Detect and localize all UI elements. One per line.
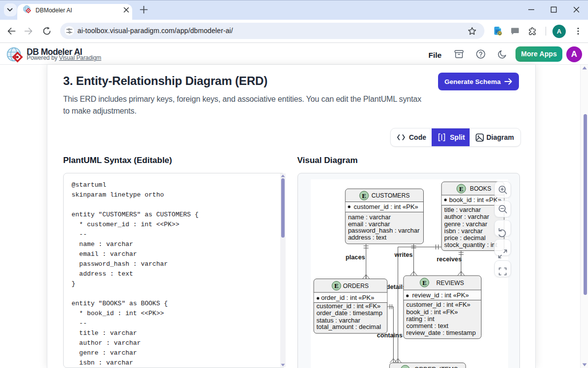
svg-text:receives: receives xyxy=(437,256,462,263)
svg-text:E: E xyxy=(459,185,464,193)
svg-text:E: E xyxy=(403,366,407,368)
svg-text:book_id : int «PK»: book_id : int «PK» xyxy=(449,196,502,204)
svg-text:review_date : timestamp: review_date : timestamp xyxy=(406,329,476,336)
svg-text:book_id : int «FK»: book_id : int «FK» xyxy=(406,308,458,316)
svg-text:author : varchar: author : varchar xyxy=(444,213,490,220)
svg-text:BOOKS: BOOKS xyxy=(470,185,491,192)
svg-text:status : varchar: status : varchar xyxy=(317,317,361,324)
svg-text:E: E xyxy=(422,279,427,286)
svg-text:ORDERS: ORDERS xyxy=(343,283,368,289)
svg-text:E: E xyxy=(334,282,339,289)
svg-text:REVIEWS: REVIEWS xyxy=(437,280,464,286)
svg-text:total_amount : decimal: total_amount : decimal xyxy=(317,323,381,330)
svg-text:order_date : timestamp: order_date : timestamp xyxy=(317,309,383,317)
svg-text:CUSTOMERS: CUSTOMERS xyxy=(371,192,410,199)
svg-text:customer_id : int «FK»: customer_id : int «FK» xyxy=(406,301,471,308)
svg-text:address : text: address : text xyxy=(348,234,386,241)
svg-text:writes: writes xyxy=(394,251,413,258)
svg-text:isbn : varchar: isbn : varchar xyxy=(444,227,483,235)
svg-text:stock_quantity : int: stock_quantity : int xyxy=(444,241,498,248)
svg-text:name : varchar: name : varchar xyxy=(348,213,391,221)
svg-text:order_id : int «PK»: order_id : int «PK» xyxy=(321,294,374,301)
svg-text:genre : varchar: genre : varchar xyxy=(444,220,488,228)
svg-text:rating : int: rating : int xyxy=(406,315,435,323)
svg-text:customer_id : int «PK»: customer_id : int «PK» xyxy=(354,203,418,210)
svg-text:price : decimal: price : decimal xyxy=(444,234,486,242)
svg-text:title : varchar: title : varchar xyxy=(444,206,481,213)
svg-text:places: places xyxy=(346,254,366,261)
svg-text:comment : text: comment : text xyxy=(406,322,449,329)
svg-text:details: details xyxy=(386,284,406,290)
svg-text:review_id : int «PK»: review_id : int «PK» xyxy=(412,291,469,299)
svg-text:customer_id : int «FK»: customer_id : int «FK» xyxy=(317,302,381,310)
svg-text:ORDER_ITEMS: ORDER_ITEMS xyxy=(414,366,458,368)
svg-text:E: E xyxy=(362,192,367,200)
